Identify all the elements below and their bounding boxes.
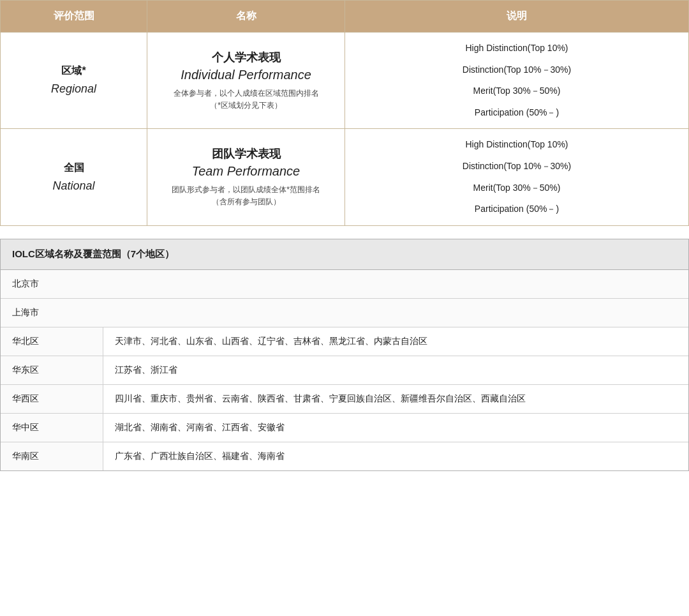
desc-item: Merit(Top 30%－50%) [355,177,678,199]
region-table: 北京市上海市华北区天津市、河北省、山东省、山西省、辽宁省、吉林省、黑龙江省、内蒙… [1,270,688,470]
region-row: 华东区江苏省、浙江省 [1,356,688,384]
name-cell-0: 个人学术表现 Individual Performance 全体参与者，以个人成… [147,33,345,129]
desc-cell-0: High Distinction(Top 10%)Distinction(Top… [345,33,689,129]
region-section: IOLC区域名称及覆盖范围（7个地区） 北京市上海市华北区天津市、河北省、山东省… [0,239,689,471]
region-coverage: 江苏省、浙江省 [103,356,688,384]
desc-item: High Distinction(Top 10%) [355,38,678,59]
region-coverage: 广东省、广西壮族自治区、福建省、海南省 [103,442,688,470]
name-note: 全体参与者，以个人成绩在区域范围内排名（*区域划分见下表） [158,87,334,112]
desc-item: Participation (50%－) [355,199,678,220]
region-name: 华南区 [1,442,103,470]
name-zh: 团队学术表现 [158,146,334,162]
name-en: Individual Performance [158,68,334,82]
region-coverage: 天津市、河北省、山东省、山西省、辽宁省、吉林省、黑龙江省、内蒙古自治区 [103,327,688,356]
region-coverage: 四川省、重庆市、贵州省、云南省、陕西省、甘肃省、宁夏回族自治区、新疆维吾尔自治区… [103,384,688,413]
header-scope: 评价范围 [1,1,147,33]
scope-cell-1: 全国National [1,129,147,225]
scope-zh: 全国 [64,162,84,173]
region-name-full: 上海市 [1,298,688,327]
scope-zh: 区域* [61,65,85,76]
region-row: 上海市 [1,298,688,327]
table-row: 全国National团队学术表现 Team Performance 团队形式参与… [1,129,689,225]
desc-item: Participation (50%－) [355,102,678,124]
scope-cell-0: 区域*Regional [1,33,147,129]
desc-cell-1: High Distinction(Top 10%)Distinction(Top… [345,129,689,225]
header-name: 名称 [147,1,345,33]
name-cell-1: 团队学术表现 Team Performance 团队形式参与者，以团队成绩全体*… [147,129,345,225]
desc-item: Distinction(Top 10%－30%) [355,156,678,177]
region-coverage: 湖北省、湖南省、河南省、江西省、安徽省 [103,413,688,442]
name-en: Team Performance [158,164,334,179]
evaluation-table: 评价范围 名称 说明 区域*Regional个人学术表现 Individual … [0,0,689,226]
name-note: 团队形式参与者，以团队成绩全体*范围排名（含所有参与团队） [158,184,334,208]
desc-item: Merit(Top 30%－50%) [355,80,678,102]
name-zh: 个人学术表现 [158,50,334,65]
region-name: 华西区 [1,384,103,413]
region-name: 华东区 [1,356,103,384]
region-header: IOLC区域名称及覆盖范围（7个地区） [1,239,688,270]
scope-en: Regional [51,82,96,95]
region-row: 华北区天津市、河北省、山东省、山西省、辽宁省、吉林省、黑龙江省、内蒙古自治区 [1,327,688,356]
region-row: 华南区广东省、广西壮族自治区、福建省、海南省 [1,442,688,470]
region-name: 华北区 [1,327,103,356]
desc-item: High Distinction(Top 10%) [355,134,678,156]
region-row: 北京市 [1,270,688,299]
region-name: 华中区 [1,413,103,442]
region-name-full: 北京市 [1,270,688,299]
region-row: 华中区湖北省、湖南省、河南省、江西省、安徽省 [1,413,688,442]
scope-en: National [52,179,94,192]
region-row: 华西区四川省、重庆市、贵州省、云南省、陕西省、甘肃省、宁夏回族自治区、新疆维吾尔… [1,384,688,413]
desc-item: Distinction(Top 10%－30%) [355,59,678,81]
table-row: 区域*Regional个人学术表现 Individual Performance… [1,33,689,129]
header-desc: 说明 [345,1,689,33]
